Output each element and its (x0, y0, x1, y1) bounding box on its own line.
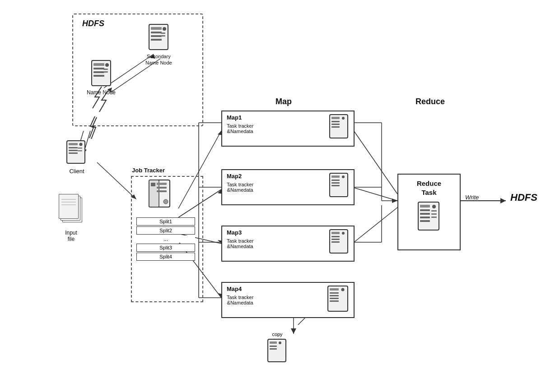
svg-rect-78 (331, 185, 340, 186)
svg-rect-49 (93, 75, 104, 77)
jobtracker-label: Job Tracker (132, 167, 165, 174)
svg-rect-51 (103, 69, 108, 70)
svg-rect-69 (331, 117, 340, 119)
svg-point-58 (79, 143, 83, 146)
reduce-task-box: ReduceTask (397, 174, 461, 250)
svg-rect-95 (420, 209, 430, 211)
svg-point-79 (342, 175, 345, 178)
svg-rect-98 (420, 220, 430, 222)
svg-rect-90 (330, 298, 339, 299)
copy-server-icon (266, 338, 288, 363)
map4-box: Map4 Task tracker&Namedata (221, 282, 355, 318)
svg-rect-82 (331, 236, 340, 237)
svg-rect-91 (330, 300, 339, 302)
namenode-icon (90, 60, 112, 88)
svg-point-107 (279, 341, 281, 344)
svg-rect-104 (270, 341, 277, 344)
svg-rect-43 (161, 32, 165, 34)
svg-rect-52 (103, 71, 108, 73)
hdfs-box: HDFS SecondaryName Node (72, 14, 203, 126)
svg-rect-88 (330, 292, 339, 294)
map1-label: Map1 (227, 114, 242, 121)
secondary-namenode-group: SecondaryName Node (145, 23, 172, 66)
svg-rect-65 (157, 187, 167, 189)
map1-server-icon (328, 114, 350, 142)
map-section-label: Map (275, 97, 292, 106)
svg-rect-56 (69, 150, 78, 151)
write-label: Write (465, 194, 479, 201)
svg-rect-41 (151, 39, 162, 41)
client-group: Client (65, 140, 88, 175)
lightning-bolt-1 (87, 116, 100, 141)
map3-label: Map3 (227, 229, 242, 236)
map2-label: Map2 (227, 173, 242, 180)
svg-rect-71 (331, 124, 340, 125)
svg-rect-59 (78, 148, 82, 149)
svg-point-99 (432, 205, 436, 208)
svg-rect-63 (151, 183, 155, 186)
map3-server-icon (328, 229, 350, 257)
svg-rect-97 (420, 217, 430, 218)
map4-server-icon (327, 285, 350, 315)
svg-rect-39 (151, 32, 162, 33)
map4-label: Map4 (227, 286, 242, 292)
svg-rect-54 (69, 143, 78, 145)
svg-line-16 (352, 129, 397, 194)
map2-sub: Task tracker&Namedata (227, 182, 253, 193)
svg-rect-66 (157, 190, 167, 192)
svg-rect-105 (270, 346, 277, 347)
svg-point-73 (342, 117, 345, 120)
copy-node-group: copy (266, 332, 288, 363)
svg-marker-26 (392, 198, 397, 203)
input-file-group: Inputfile (59, 194, 84, 242)
svg-point-85 (342, 232, 345, 235)
svg-rect-87 (330, 288, 339, 291)
svg-rect-81 (331, 232, 340, 234)
hdfs-output-label: HDFS (510, 192, 537, 203)
svg-rect-89 (330, 295, 339, 296)
svg-line-7 (97, 162, 135, 198)
svg-point-92 (341, 288, 345, 291)
namenode-group: Name Node (87, 60, 116, 96)
map3-box: Map3 Task tracker&Namedata (221, 226, 355, 262)
diagram-container: HDFS SecondaryName Node (0, 0, 560, 392)
svg-marker-20 (291, 328, 296, 334)
file-stack-icon (59, 194, 84, 228)
svg-rect-72 (331, 126, 340, 128)
svg-rect-106 (270, 348, 277, 350)
secondary-namenode-icon (147, 23, 170, 52)
svg-point-50 (105, 63, 109, 67)
map1-sub: Task tracker&Namedata (227, 123, 253, 134)
svg-point-67 (163, 199, 168, 204)
split-4: Split4 (136, 253, 195, 261)
reduce-section-label: Reduce (415, 97, 445, 106)
svg-rect-84 (331, 241, 340, 243)
secondary-namenode-label: SecondaryName Node (145, 53, 172, 66)
split-ellipsis: ... (136, 235, 195, 243)
svg-rect-77 (331, 182, 340, 184)
jobtracker-icon (148, 179, 173, 210)
copy-label: copy (272, 332, 282, 337)
svg-rect-70 (331, 121, 340, 122)
client-label: Client (69, 168, 84, 175)
svg-rect-100 (431, 210, 437, 212)
svg-point-42 (163, 27, 166, 31)
reduce-server-icon (417, 201, 442, 234)
svg-rect-101 (431, 213, 437, 215)
svg-rect-96 (420, 213, 430, 215)
svg-line-18 (352, 208, 397, 244)
svg-rect-38 (151, 27, 162, 30)
namenode-label: Name Node (87, 89, 116, 96)
splits-container: Split1 Split2 ... Split3 Split4 (136, 217, 195, 262)
svg-line-17 (352, 187, 397, 201)
svg-rect-75 (331, 175, 340, 178)
svg-rect-102 (431, 217, 437, 218)
map1-box: Map1 Task tracker&Namedata (221, 111, 355, 147)
svg-rect-55 (69, 147, 78, 148)
split-1: Split1 (136, 217, 195, 226)
client-icon (65, 140, 88, 166)
svg-rect-60 (78, 150, 82, 152)
jobtracker-box: Job Tracker Split1 Split2 ... Split3 Spl… (131, 176, 203, 302)
svg-rect-47 (93, 68, 104, 69)
map2-box: Map2 Task tracker&Namedata (221, 169, 355, 205)
